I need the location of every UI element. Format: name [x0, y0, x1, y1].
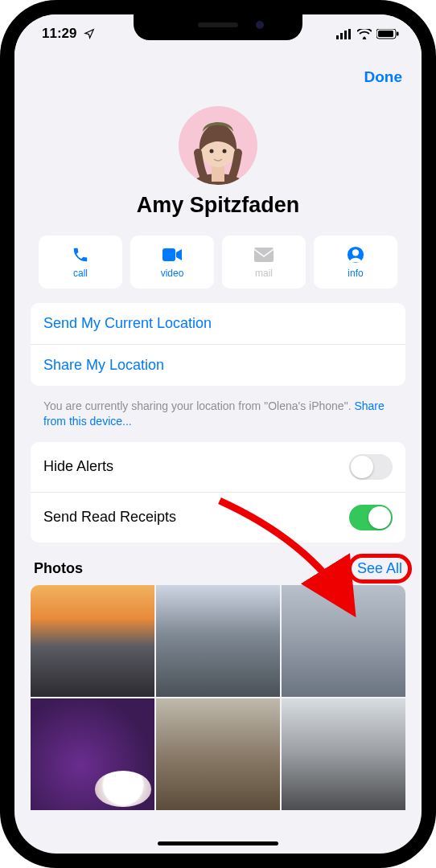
- info-button[interactable]: info: [314, 235, 397, 289]
- video-label: video: [161, 268, 184, 279]
- video-icon: [162, 245, 182, 264]
- mail-icon: [254, 245, 274, 264]
- mail-label: mail: [255, 268, 273, 279]
- hide-alerts-row: Hide Alerts: [31, 442, 405, 492]
- contact-header: Amy Spitzfaden: [14, 101, 422, 224]
- footnote-text: You are currently sharing your location …: [43, 399, 354, 412]
- screen: 11:29 Done: [14, 14, 422, 854]
- hide-alerts-toggle[interactable]: [349, 454, 393, 480]
- highlight-ring: [348, 554, 412, 583]
- photo-thumbnail[interactable]: [282, 585, 405, 697]
- svg-point-4: [363, 36, 365, 39]
- send-current-location-label: Send My Current Location: [43, 315, 212, 332]
- photos-grid: [31, 585, 405, 810]
- info-label: info: [348, 268, 363, 279]
- settings-block: Hide Alerts Send Read Receipts: [31, 442, 405, 542]
- battery-icon: [376, 29, 399, 39]
- device-notch: [134, 14, 302, 40]
- share-my-location-label: Share My Location: [43, 357, 164, 374]
- navigation-bar: Done: [14, 53, 422, 101]
- wifi-icon: [357, 29, 372, 39]
- photo-thumbnail[interactable]: [156, 585, 280, 697]
- action-button-row: call video mail info: [14, 224, 422, 303]
- done-button[interactable]: Done: [364, 68, 403, 86]
- avatar: [179, 106, 257, 185]
- status-time: 11:29: [42, 26, 76, 42]
- contact-name: Amy Spitzfaden: [137, 193, 300, 218]
- photos-title: Photos: [34, 560, 83, 577]
- location-block: Send My Current Location Share My Locati…: [31, 303, 405, 386]
- call-label: call: [73, 268, 88, 279]
- location-arrow-icon: [80, 24, 99, 43]
- photo-thumbnail[interactable]: [282, 698, 405, 810]
- read-receipts-label: Send Read Receipts: [43, 509, 176, 526]
- svg-rect-1: [340, 33, 343, 39]
- photos-header: Photos See All: [14, 554, 422, 585]
- photo-thumbnail[interactable]: [31, 585, 154, 697]
- hide-alerts-label: Hide Alerts: [43, 458, 113, 475]
- svg-rect-14: [254, 248, 274, 262]
- read-receipts-row: Send Read Receipts: [31, 492, 405, 542]
- device-frame: 11:29 Done: [0, 0, 436, 868]
- svg-point-12: [223, 149, 227, 154]
- send-current-location-button[interactable]: Send My Current Location: [31, 303, 405, 344]
- svg-point-11: [210, 149, 214, 154]
- svg-rect-0: [336, 35, 339, 39]
- video-button[interactable]: video: [130, 235, 214, 289]
- home-indicator[interactable]: [158, 841, 278, 845]
- svg-rect-6: [378, 31, 393, 37]
- mail-button: mail: [222, 235, 306, 289]
- read-receipts-toggle[interactable]: [349, 505, 393, 530]
- see-all-button[interactable]: See All: [357, 560, 402, 577]
- location-footnote: You are currently sharing your location …: [14, 397, 422, 442]
- svg-point-16: [352, 249, 359, 256]
- info-icon: [346, 245, 365, 264]
- svg-rect-3: [348, 29, 351, 39]
- svg-rect-2: [344, 31, 347, 39]
- svg-rect-13: [162, 248, 175, 261]
- photo-thumbnail[interactable]: [31, 698, 154, 810]
- svg-rect-7: [397, 31, 399, 35]
- photo-thumbnail[interactable]: [156, 698, 280, 810]
- phone-icon: [71, 245, 90, 264]
- share-my-location-button[interactable]: Share My Location: [31, 344, 405, 386]
- call-button[interactable]: call: [39, 235, 122, 289]
- cellular-icon: [336, 29, 352, 39]
